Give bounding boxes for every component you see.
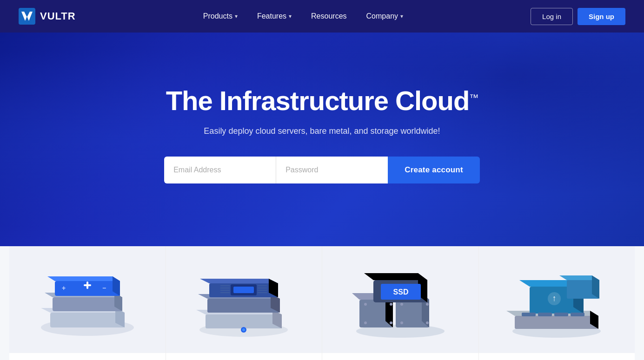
svg-point-56 [426, 303, 429, 306]
svg-text:↑: ↑ [552, 294, 557, 303]
object-storage-image: ↑ [479, 246, 635, 353]
svg-rect-70 [554, 313, 568, 316]
svg-rect-3 [50, 313, 125, 327]
features-chevron-icon: ▾ [289, 13, 292, 20]
svg-point-54 [400, 303, 403, 306]
svg-text:+: + [62, 284, 66, 292]
company-chevron-icon: ▾ [400, 13, 403, 20]
svg-rect-27 [233, 287, 254, 293]
hero-subtitle: Easily deploy cloud servers, bare metal,… [164, 126, 480, 136]
navbar: VULTR Products ▾ Features ▾ Resources Co… [0, 0, 644, 33]
svg-marker-24 [200, 279, 278, 283]
object-storage-icon: ↑ [496, 253, 617, 346]
svg-rect-20 [207, 299, 280, 313]
bare-metal-icon [183, 253, 304, 346]
nav-resources[interactable]: Resources [304, 8, 354, 24]
product-card-cloud-compute[interactable]: + − Cloud Compute [9, 246, 166, 360]
product-card-bare-metal[interactable]: Bare Metal [166, 246, 323, 360]
password-input[interactable] [276, 157, 388, 183]
cloud-compute-image: + − [9, 246, 166, 353]
hero-section: The Infrastructure Cloud™ Easily deploy … [0, 33, 644, 246]
brand-name: VULTR [40, 10, 76, 22]
nav-actions: Log in Sign up [531, 8, 625, 25]
hero-title: The Infrastructure Cloud™ [164, 86, 480, 116]
svg-rect-71 [571, 313, 584, 316]
bare-metal-image [166, 246, 322, 353]
svg-marker-46 [364, 273, 427, 280]
svg-point-37 [242, 328, 245, 331]
cloud-compute-icon: + − [27, 253, 148, 346]
signup-button[interactable]: Sign up [578, 8, 625, 25]
nav-products[interactable]: Products ▾ [196, 8, 245, 24]
svg-point-57 [426, 321, 429, 324]
products-section: + − Cloud Compute [0, 246, 644, 360]
nav-company[interactable]: Company ▾ [359, 8, 411, 24]
nav-features[interactable]: Features ▾ [250, 8, 299, 24]
svg-point-55 [400, 321, 403, 324]
vultr-logo-icon [19, 8, 35, 25]
products-chevron-icon: ▾ [235, 13, 238, 20]
svg-point-53 [390, 321, 392, 324]
svg-marker-10 [47, 276, 120, 281]
svg-point-50 [364, 303, 367, 306]
svg-text:−: − [102, 284, 106, 292]
email-input[interactable] [164, 157, 276, 183]
login-button[interactable]: Log in [531, 8, 573, 25]
svg-rect-59 [515, 316, 598, 329]
svg-rect-69 [538, 313, 552, 316]
svg-point-51 [364, 321, 367, 324]
svg-rect-17 [206, 314, 282, 328]
logo[interactable]: VULTR [19, 8, 76, 25]
product-card-block-storage[interactable]: SSD Block Storage [322, 246, 479, 360]
svg-text:SSD: SSD [393, 288, 408, 296]
svg-rect-68 [522, 313, 536, 316]
svg-rect-13 [86, 281, 88, 289]
nav-links: Products ▾ Features ▾ Resources Company … [196, 8, 411, 24]
hero-content: The Infrastructure Cloud™ Easily deploy … [164, 86, 480, 184]
svg-rect-6 [53, 297, 122, 311]
hero-form: Create account [164, 157, 480, 183]
block-storage-icon: SSD [340, 253, 461, 346]
block-storage-image: SSD [322, 246, 478, 353]
create-account-button[interactable]: Create account [388, 157, 480, 183]
product-card-object-storage[interactable]: ↑ Object Storage [479, 246, 635, 360]
svg-point-52 [390, 303, 392, 306]
